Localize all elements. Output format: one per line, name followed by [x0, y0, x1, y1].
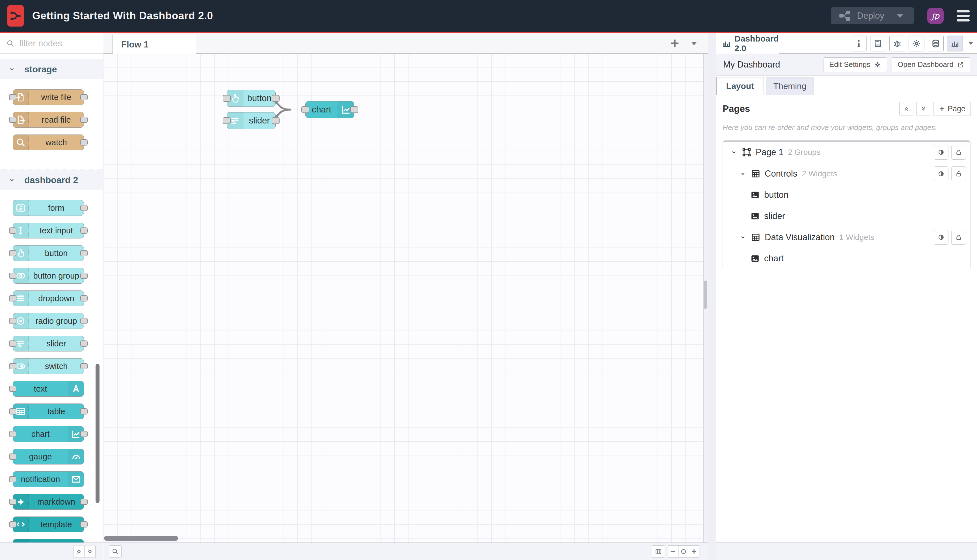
- tab-flow-1[interactable]: Flow 1: [112, 35, 196, 54]
- tree-row-data-visualization[interactable]: Data Visualization1 Widgets: [723, 227, 970, 248]
- zoom-reset-button[interactable]: [678, 545, 689, 558]
- chevron-down-icon[interactable]: [730, 148, 738, 156]
- tree-row-chart[interactable]: chart: [723, 248, 970, 269]
- palette-node-notification[interactable]: notification: [13, 471, 84, 487]
- palette-node-write-file[interactable]: write file: [13, 89, 84, 105]
- canvas-vscroll-track[interactable]: [703, 54, 708, 542]
- node-label: template: [29, 517, 84, 532]
- palette-node-form[interactable]: form: [13, 200, 84, 216]
- canvas-node-chart[interactable]: chart: [305, 101, 354, 118]
- user-avatar[interactable]: jp: [927, 8, 944, 24]
- visibility-toggle-button[interactable]: [934, 167, 949, 181]
- help-button[interactable]: [870, 36, 886, 52]
- palette-category-header-dashboard-2[interactable]: dashboard 2: [0, 170, 103, 190]
- lock-toggle-button[interactable]: [951, 230, 966, 245]
- palette-search-input[interactable]: [19, 38, 93, 48]
- node-label: chart: [306, 102, 337, 118]
- move-page-down-button[interactable]: [916, 102, 930, 116]
- open-dashboard-button[interactable]: Open Dashboard: [892, 57, 970, 72]
- add-page-button[interactable]: Page: [933, 102, 971, 116]
- palette-scrollbar[interactable]: [95, 364, 100, 503]
- palette-node-button-group[interactable]: button group: [13, 268, 84, 284]
- canvas-hscroll-thumb[interactable]: [104, 536, 178, 541]
- palette-node-button[interactable]: button: [13, 245, 84, 261]
- palette-category-header-storage[interactable]: storage: [0, 59, 103, 79]
- visibility-toggle-button[interactable]: [934, 230, 949, 245]
- chevron-down-icon[interactable]: [739, 234, 747, 241]
- sidebar-tabs-caret-icon[interactable]: [967, 40, 975, 48]
- tree-row-controls[interactable]: Controls2 Widgets: [723, 163, 970, 184]
- palette-node-text-input[interactable]: text input: [13, 223, 84, 238]
- canvas-search-button[interactable]: [109, 545, 122, 558]
- book-icon: [873, 39, 883, 48]
- palette-collapse-all-button[interactable]: [73, 546, 85, 557]
- navigator-map-button[interactable]: [652, 545, 665, 558]
- output-port: [80, 250, 88, 256]
- event-icon: [13, 539, 29, 542]
- output-port[interactable]: [272, 95, 280, 102]
- input-port[interactable]: [223, 95, 230, 102]
- palette-node-dropdown[interactable]: dropdown: [13, 290, 84, 306]
- node-label: radio group: [29, 313, 84, 328]
- lock-toggle-button[interactable]: [951, 145, 966, 160]
- workspace: Flow 1 buttonsliderchart: [104, 33, 708, 560]
- tree-row-button[interactable]: button: [723, 184, 970, 205]
- tab-theming[interactable]: Theming: [766, 77, 814, 95]
- input-port: [9, 250, 17, 256]
- palette-node-chart[interactable]: chart: [13, 426, 84, 442]
- canvas-vscroll-thumb[interactable]: [704, 280, 707, 309]
- search-icon: [13, 135, 29, 150]
- info-button[interactable]: [851, 36, 867, 52]
- tab-dashboard-2[interactable]: Dashboard 2.0: [716, 33, 779, 54]
- palette-node-markdown[interactable]: markdown: [13, 494, 84, 510]
- canvas-node-slider[interactable]: slider: [227, 112, 276, 129]
- output-port: [80, 340, 88, 347]
- zoom-out-button[interactable]: [668, 545, 678, 558]
- tree-row-page-1[interactable]: Page 12 Groups: [723, 142, 970, 163]
- palette-node-watch[interactable]: watch: [13, 135, 84, 150]
- pages-heading: Pages: [723, 103, 750, 114]
- edit-settings-button[interactable]: Edit Settings: [823, 57, 887, 72]
- node-label: form: [29, 200, 84, 216]
- debug-button[interactable]: [889, 36, 905, 52]
- palette-node-switch[interactable]: switch: [13, 358, 84, 374]
- palette-node-read-file[interactable]: read file: [13, 112, 84, 128]
- output-port[interactable]: [350, 106, 358, 113]
- deploy-button[interactable]: Deploy: [831, 7, 914, 24]
- palette-node-slider[interactable]: slider: [13, 336, 84, 352]
- dashboard-button[interactable]: [947, 36, 963, 52]
- palette-expand-all-button[interactable]: [84, 546, 95, 557]
- flow-canvas[interactable]: buttonsliderchart: [104, 54, 708, 542]
- flow-list-caret-icon[interactable]: [690, 40, 698, 49]
- zoom-in-button[interactable]: [689, 545, 700, 558]
- palette-node-table[interactable]: table: [13, 403, 84, 419]
- palette-node-radio-group[interactable]: radio group: [13, 313, 84, 329]
- output-port[interactable]: [272, 117, 280, 124]
- palette-node-template[interactable]: template: [13, 517, 84, 532]
- context-data-button[interactable]: [928, 36, 944, 52]
- canvas-node-button[interactable]: button: [227, 90, 276, 107]
- input-port[interactable]: [301, 106, 309, 113]
- palette-node-text[interactable]: text: [13, 381, 84, 397]
- main-menu-button[interactable]: [957, 10, 970, 22]
- palette-node-event[interactable]: event: [13, 539, 84, 542]
- move-page-up-button[interactable]: [899, 102, 914, 116]
- gear-icon: [912, 39, 921, 48]
- visibility-toggle-button[interactable]: [934, 145, 949, 160]
- output-port: [80, 117, 88, 123]
- add-flow-button[interactable]: [669, 37, 681, 50]
- config-nodes-button[interactable]: [909, 36, 924, 52]
- pages-description: Here you can re-order and move your widg…: [723, 123, 971, 132]
- deploy-caret-icon[interactable]: [894, 10, 906, 22]
- node-label: switch: [29, 358, 84, 374]
- tree-row-slider[interactable]: slider: [723, 205, 970, 227]
- sidebar-splitter[interactable]: [708, 33, 716, 560]
- layout-tree: Page 12 GroupsControls2 Widgetsbuttonsli…: [723, 140, 971, 269]
- tab-layout[interactable]: Layout: [716, 77, 764, 95]
- chevron-down-icon[interactable]: [739, 170, 747, 177]
- input-port[interactable]: [223, 117, 230, 124]
- bar-chart-icon: [950, 39, 960, 48]
- lock-toggle-button[interactable]: [951, 167, 966, 181]
- palette-node-gauge[interactable]: gauge: [13, 449, 84, 465]
- info-icon: [854, 39, 863, 48]
